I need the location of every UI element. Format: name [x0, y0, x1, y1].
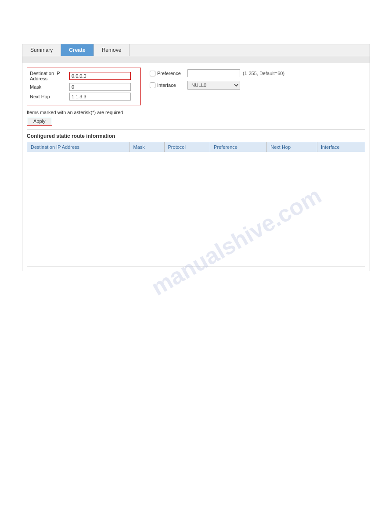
col-protocol: Protocol — [164, 142, 210, 152]
preference-hint: (1-255, Default=60) — [243, 71, 284, 76]
preference-checkbox[interactable] — [150, 71, 155, 76]
mask-label: Mask — [30, 84, 69, 90]
mask-input[interactable] — [69, 83, 131, 91]
tab-create[interactable]: Create — [61, 44, 94, 56]
col-mask: Mask — [129, 142, 164, 152]
tab-summary[interactable]: Summary — [22, 44, 61, 56]
static-route-table: Destination IP Address Mask Protocol Pre… — [27, 142, 365, 266]
table-section-title: Configured static route information — [27, 133, 365, 139]
next-hop-input[interactable] — [69, 93, 131, 101]
apply-button[interactable]: Apply — [27, 117, 52, 126]
right-form: Preference (1-255, Default=60) Interface… — [150, 68, 284, 105]
interface-checkbox-label[interactable]: Interface — [150, 83, 185, 88]
form-section: Destination IP Address Mask Next Hop — [27, 68, 365, 105]
tabs-bar: Summary Create Remove — [22, 44, 370, 56]
table-empty-row — [27, 152, 365, 266]
tab-remove[interactable]: Remove — [94, 44, 130, 56]
interface-row: Interface NULL0 — [150, 81, 284, 90]
content-area: Destination IP Address Mask Next Hop — [22, 56, 370, 271]
next-hop-row: Next Hop — [30, 93, 138, 101]
interface-select[interactable]: NULL0 — [187, 81, 240, 90]
table-header-row: Destination IP Address Mask Protocol Pre… — [27, 142, 365, 152]
mask-row: Mask — [30, 83, 138, 91]
required-note: Items marked with an asterisk(*) are req… — [27, 110, 365, 115]
table-body — [27, 152, 365, 266]
preference-input[interactable] — [187, 69, 240, 77]
preference-row: Preference (1-255, Default=60) — [150, 69, 284, 77]
interface-checkbox[interactable] — [150, 83, 155, 88]
col-destination-ip: Destination IP Address — [27, 142, 130, 152]
col-interface: Interface — [317, 142, 365, 152]
col-preference: Preference — [210, 142, 267, 152]
divider — [27, 129, 365, 129]
preference-checkbox-label[interactable]: Preference — [150, 71, 185, 76]
left-form: Destination IP Address Mask Next Hop — [27, 68, 141, 105]
destination-ip-label: Destination IP Address — [30, 71, 69, 81]
col-next-hop: Next Hop — [267, 142, 317, 152]
destination-ip-input[interactable] — [69, 72, 131, 80]
destination-ip-row: Destination IP Address — [30, 71, 138, 81]
next-hop-label: Next Hop — [30, 94, 69, 99]
